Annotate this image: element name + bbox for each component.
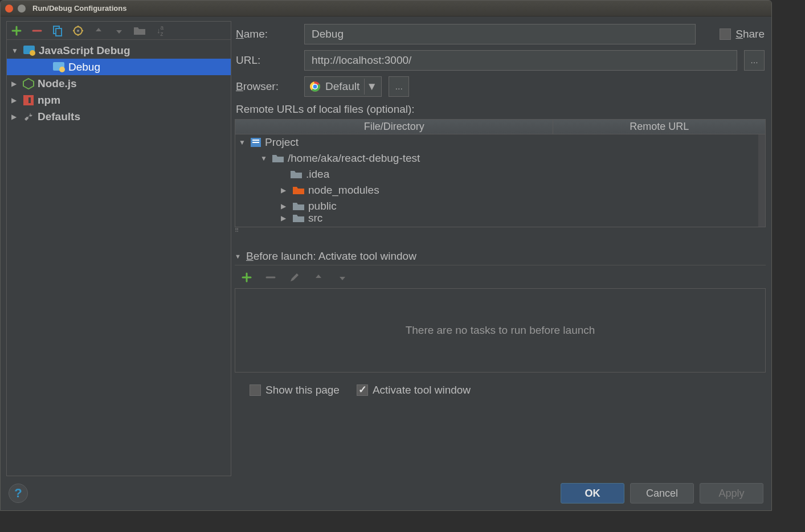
chevron-right-icon[interactable]: ▶ xyxy=(11,96,19,104)
table-header: File/Directory Remote URL xyxy=(235,120,765,134)
tree-label: public xyxy=(308,200,337,212)
share-label: Share xyxy=(735,28,765,40)
browser-select[interactable]: Default ▼ xyxy=(304,76,382,97)
copy-icon[interactable] xyxy=(51,24,64,37)
chevron-down-icon[interactable]: ▼ xyxy=(260,154,268,162)
minimize-icon[interactable] xyxy=(18,5,26,13)
tree-label: npm xyxy=(38,94,60,107)
tree-label: .idea xyxy=(306,168,329,181)
tree-label: /home/aka/react-debug-test xyxy=(288,152,420,165)
project-icon xyxy=(250,137,261,148)
browser-value: Default xyxy=(325,80,359,93)
chevron-right-icon[interactable]: ▶ xyxy=(11,113,19,121)
tree-node-nodejs[interactable]: ▶ Node.js xyxy=(7,75,231,92)
chevron-right-icon[interactable]: ▶ xyxy=(281,214,289,222)
chevron-right-icon[interactable]: ▶ xyxy=(281,186,289,194)
remove-icon xyxy=(264,271,277,284)
scrollbar[interactable] xyxy=(758,134,765,227)
svg-rect-1 xyxy=(56,28,62,36)
name-input[interactable] xyxy=(304,24,696,44)
checkbox-icon[interactable] xyxy=(357,384,368,396)
file-tree-row-public[interactable]: ▶ public xyxy=(235,198,765,214)
tree-label: node_modules xyxy=(308,184,379,197)
js-debug-icon xyxy=(52,62,65,73)
nodejs-icon xyxy=(23,78,34,89)
sidebar-toolbar: ↓az xyxy=(7,22,231,40)
move-up-icon xyxy=(312,271,325,284)
activate-tool-window-checkbox[interactable]: Activate tool window xyxy=(357,384,471,396)
file-tree-row-idea[interactable]: .idea xyxy=(235,166,765,182)
before-launch-tasks-empty: There are no tasks to run before launch xyxy=(235,288,766,373)
wrench-icon xyxy=(23,111,34,122)
col-file-directory[interactable]: File/Directory xyxy=(235,120,553,134)
before-launch-section: ▼ Before launch: Activate tool window xyxy=(235,248,766,402)
chevron-down-icon[interactable]: ▼ xyxy=(364,79,379,95)
tree-node-defaults[interactable]: ▶ Defaults xyxy=(7,108,231,125)
help-button[interactable]: ? xyxy=(9,484,28,503)
chevron-right-icon[interactable]: ▶ xyxy=(281,202,289,210)
checkbox-icon[interactable] xyxy=(250,384,261,396)
file-tree-row-project[interactable]: ▼ Project xyxy=(235,134,765,150)
titlebar: Run/Debug Configurations xyxy=(1,1,771,17)
svg-marker-8 xyxy=(23,79,34,89)
add-icon[interactable] xyxy=(240,271,253,284)
tree-label: Node.js xyxy=(38,77,77,90)
splitter-grip[interactable]: ⠿ xyxy=(235,227,766,233)
folder-icon xyxy=(292,201,305,211)
url-input[interactable] xyxy=(304,50,737,71)
activate-label: Activate tool window xyxy=(373,384,471,396)
before-launch-label: Before launch: Activate tool window xyxy=(246,250,416,263)
share-checkbox[interactable]: Share xyxy=(720,28,765,40)
chevron-down-icon[interactable]: ▼ xyxy=(239,138,247,146)
svg-point-5 xyxy=(30,50,35,56)
chevron-down-icon[interactable]: ▼ xyxy=(235,253,243,260)
empty-text: There are no tasks to run before launch xyxy=(406,324,595,337)
close-icon[interactable] xyxy=(5,5,13,13)
file-tree-row-nodemodules[interactable]: ▶ node_modules xyxy=(235,182,765,198)
folder-icon xyxy=(133,24,146,37)
svg-point-3 xyxy=(77,30,79,32)
file-tree-row-path[interactable]: ▼ /home/aka/react-debug-test xyxy=(235,150,765,166)
tree-node-debug[interactable]: Debug xyxy=(7,59,231,75)
chevron-down-icon[interactable]: ▼ xyxy=(11,47,19,55)
run-debug-config-dialog: Run/Debug Configurations xyxy=(0,0,772,511)
move-down-icon xyxy=(113,24,125,37)
file-tree-row-src[interactable]: ▶ src xyxy=(235,214,765,222)
svg-rect-18 xyxy=(252,142,259,143)
config-panel: Name: Share URL: … Browser: xyxy=(235,21,766,476)
settings-icon[interactable] xyxy=(72,24,84,37)
configurations-sidebar: ↓az ▼ JavaScript Debug Debug xyxy=(6,21,231,476)
apply-button[interactable]: Apply xyxy=(700,483,763,504)
add-icon[interactable] xyxy=(10,24,23,37)
before-launch-toolbar xyxy=(235,265,766,286)
window-title: Run/Debug Configurations xyxy=(32,4,126,13)
chrome-icon xyxy=(309,81,321,92)
browser-more-button[interactable]: … xyxy=(389,76,409,97)
tree-label: Project xyxy=(265,136,299,149)
svg-point-7 xyxy=(59,67,65,72)
remote-urls-label: Remote URLs of local files (optional): xyxy=(235,100,766,119)
folder-icon xyxy=(290,169,303,179)
chevron-right-icon[interactable]: ▶ xyxy=(11,80,19,88)
configurations-tree[interactable]: ▼ JavaScript Debug Debug ▶ xyxy=(7,40,231,476)
url-more-button[interactable]: … xyxy=(744,50,765,71)
dialog-footer: ? OK Cancel Apply xyxy=(1,476,771,510)
url-label: URL: xyxy=(236,54,297,67)
tree-node-javascript-debug[interactable]: ▼ JavaScript Debug xyxy=(7,42,231,59)
table-body[interactable]: ▼ Project ▼ /home/aka/react-debug-test xyxy=(235,134,765,227)
sort-icon: ↓az xyxy=(154,24,166,37)
show-this-page-checkbox[interactable]: Show this page xyxy=(250,384,340,396)
checkbox-icon[interactable] xyxy=(720,28,731,40)
browser-label: Browser: xyxy=(236,80,297,93)
before-launch-header[interactable]: ▼ Before launch: Activate tool window xyxy=(235,248,766,265)
cancel-button[interactable]: Cancel xyxy=(630,483,694,504)
remove-icon[interactable] xyxy=(31,24,43,37)
tree-node-npm[interactable]: ▶ npm xyxy=(7,92,231,108)
edit-icon xyxy=(288,271,301,284)
row-browser: Browser: Default ▼ … xyxy=(235,73,766,100)
col-remote-url[interactable]: Remote URL xyxy=(553,120,765,134)
tree-label: Defaults xyxy=(38,111,80,123)
folder-icon xyxy=(272,153,284,163)
ok-button[interactable]: OK xyxy=(561,483,624,504)
svg-point-15 xyxy=(313,85,317,89)
